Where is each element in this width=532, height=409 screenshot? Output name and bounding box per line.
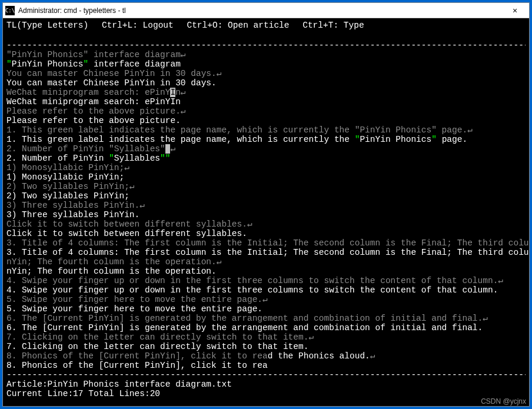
text-line: 3) Three syllables PinYin.↵	[6, 201, 526, 210]
terminal-content[interactable]: TL(Type Letters) Ctrl+L: Logout Ctrl+O: …	[3, 18, 529, 406]
newline-icon: ↵	[483, 314, 488, 323]
newline-icon: ↵	[181, 50, 186, 59]
text-line: 4. Swipe your finger up or down in the f…	[6, 276, 526, 285]
text-line: You can master Chinese PinYin in 30 days…	[6, 69, 526, 78]
newline-icon: ↵	[262, 295, 268, 304]
close-button[interactable]: ×	[503, 6, 527, 15]
text-line: 3. Title of 4 columns: The first column …	[6, 238, 526, 248]
newline-icon: ↵	[181, 88, 186, 97]
text-line: 3. Title of 4 columns: The first column …	[6, 248, 526, 257]
text-line: 7. Clicking on the letter can directly s…	[6, 332, 526, 342]
newline-icon: ↵	[129, 182, 135, 191]
text-line: 1. This green label indicates the page n…	[6, 125, 526, 135]
newline-icon: ↵	[217, 257, 222, 267]
app-menubar: TL(Type Letters) Ctrl+L: Logout Ctrl+O: …	[6, 21, 526, 30]
text-line: 2. Number of PinYin "Syllables""	[6, 154, 526, 163]
text-line: 6. The [Current PinYin] is generated by …	[6, 323, 526, 332]
text-line: WeChat miniprogram search: ePinYIn↵	[6, 88, 526, 97]
text-line: 2) Two syllables PinYin;↵	[6, 182, 526, 191]
watermark: CSDN @ycjnx	[481, 397, 526, 405]
text-line: Click it to switch between different syl…	[6, 220, 526, 229]
text-line: nYin; The fourth column is the operation…	[6, 257, 526, 267]
divider-top: ----------------------------------------…	[6, 41, 526, 50]
newline-icon: ↵	[370, 351, 375, 361]
text-line: Please refer to the above picture.	[6, 116, 526, 125]
menu-logout[interactable]: Ctrl+L: Logout	[102, 21, 174, 30]
text-line: nYin; The fourth column is the operation…	[6, 267, 526, 276]
empty-line	[6, 31, 526, 41]
newline-icon: ↵	[170, 144, 175, 154]
newline-icon: ↵	[308, 332, 314, 342]
menu-open-article[interactable]: Ctrl+O: Open article	[187, 21, 289, 30]
newline-icon: ↵	[247, 220, 252, 229]
menu-type[interactable]: Ctrl+T: Type	[302, 21, 364, 30]
text-line: Click it to switch between different syl…	[6, 229, 526, 238]
footer-status: Current Line:17 Total Lines:20	[6, 389, 526, 398]
text-line: 5. Swipe your finger here to move the en…	[6, 295, 526, 304]
newline-icon: ↵	[139, 201, 145, 210]
cursor-position: I	[170, 88, 175, 97]
footer-article: Article:PinYin Phonics interface diagram…	[6, 380, 526, 389]
text-line: 6. The [Current PinYin] is generated by …	[6, 314, 526, 323]
text-line: 2. Number of PinYin "Syllables" ↵	[6, 144, 526, 154]
text-line: 1. This green label indicates the page n…	[6, 135, 526, 144]
newline-icon: ↵	[498, 276, 503, 285]
text-line: 5. Swipe your finger here to move the en…	[6, 304, 526, 314]
text-line: Please refer to the above picture.↵	[6, 107, 526, 116]
window-title: Administrator: cmd - typeletters - tl	[18, 6, 503, 15]
text-line: 2) Two syllables PinYin;	[6, 191, 526, 201]
text-line: WeChat miniprogram search: ePinYIn	[6, 97, 526, 107]
text-line: 1) Monosyllabic PinYin;↵	[6, 163, 526, 172]
newline-icon: ↵	[181, 107, 186, 116]
cmd-window: C:\ Administrator: cmd - typeletters - t…	[2, 2, 530, 407]
text-line: 1) Monosyllabic PinYin;	[6, 172, 526, 182]
cmd-icon: C:\	[5, 6, 15, 15]
newline-icon: ↵	[467, 125, 473, 135]
text-line: 4. Swipe your finger up or down in the f…	[6, 285, 526, 295]
newline-icon: ↵	[217, 69, 222, 78]
divider-bottom: ----------------------------------------…	[6, 370, 526, 380]
text-line: "PinYin Phonics" interface diagram	[6, 59, 526, 69]
typing-content: "PinYin Phonics" interface diagram↵"PinY…	[6, 50, 526, 370]
text-line: 8. Phonics of the [Current PinYin], clic…	[6, 351, 526, 361]
titlebar: C:\ Administrator: cmd - typeletters - t…	[3, 3, 529, 18]
text-line: 3) Three syllables PinYin.	[6, 210, 526, 220]
newline-icon: ↵	[124, 163, 129, 172]
text-line: 7. Clicking on the letter can directly s…	[6, 342, 526, 351]
text-line: 8. Phonics of the [Current PinYin], clic…	[6, 361, 526, 370]
app-name: TL(Type Letters)	[6, 21, 88, 30]
text-line: You can master Chinese PinYin in 30 days…	[6, 78, 526, 88]
text-line: "PinYin Phonics" interface diagram↵	[6, 50, 526, 59]
